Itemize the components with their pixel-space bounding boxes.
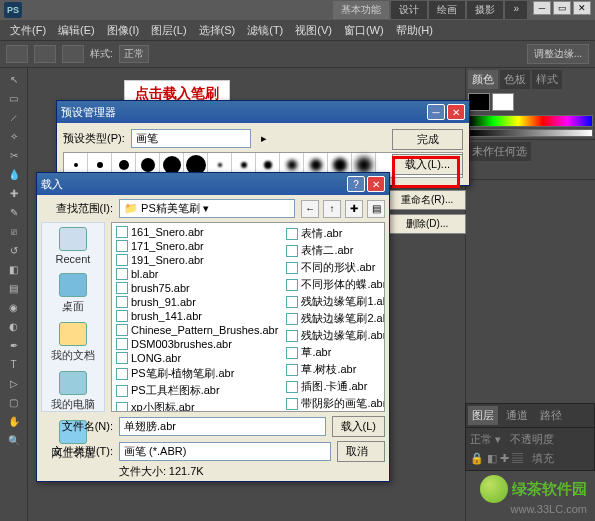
file-list[interactable]: 161_Snero.abr 171_Snero.abr 191_Snero.ab… — [111, 222, 385, 412]
file-item[interactable]: PS笔刷-植物笔刷.abr — [114, 365, 280, 382]
panel-tab-color[interactable]: 颜色 — [468, 70, 498, 89]
refine-edge-button[interactable]: 调整边缘... — [527, 44, 589, 64]
file-item[interactable]: 191_Snero.abr — [114, 253, 280, 267]
viewmenu-icon[interactable]: ▤ — [367, 200, 385, 218]
file-item[interactable]: bl.abr — [114, 267, 280, 281]
file-item[interactable]: brush75.abr — [114, 281, 280, 295]
dodge-tool[interactable]: ◐ — [2, 317, 26, 335]
workspace-tab-photo[interactable]: 摄影 — [467, 1, 503, 19]
menu-window[interactable]: 窗口(W) — [338, 21, 390, 40]
file-item[interactable]: Chinese_Pattern_Brushes.abr — [114, 323, 280, 337]
move-tool[interactable]: ↖ — [2, 70, 26, 88]
file-item[interactable]: 插图.卡通.abr — [284, 378, 385, 395]
file-item[interactable]: 表情二.abr — [284, 242, 385, 259]
cancel-button[interactable]: 取消 — [337, 441, 385, 462]
stamp-tool[interactable]: ⎚ — [2, 222, 26, 240]
menu-view[interactable]: 视图(V) — [289, 21, 338, 40]
option-box-1[interactable] — [34, 45, 56, 63]
eyedropper-tool[interactable]: 💧 — [2, 165, 26, 183]
file-item[interactable]: 残缺边缘笔刷.abr — [284, 327, 385, 344]
file-item[interactable]: 171_Snero.abr — [114, 239, 280, 253]
file-item[interactable]: 不同形体的蝶.abr — [284, 276, 385, 293]
file-item[interactable]: DSM003brushes.abr — [114, 337, 280, 351]
file-item[interactable]: 带阴影的画笔.abr — [284, 395, 385, 412]
eraser-tool[interactable]: ◧ — [2, 260, 26, 278]
window-maximize-button[interactable]: ▭ — [553, 1, 571, 15]
history-brush-tool[interactable]: ↺ — [2, 241, 26, 259]
tab-channels[interactable]: 通道 — [502, 406, 532, 425]
filetype-select[interactable]: 画笔 (*.ABR) — [119, 442, 331, 461]
workspace-tab-more[interactable]: » — [505, 1, 527, 19]
place-recent[interactable]: Recent — [56, 227, 91, 265]
workspace-tab-design[interactable]: 设计 — [391, 1, 427, 19]
hand-tool[interactable]: ✋ — [2, 412, 26, 430]
preset-help-button[interactable]: ─ — [427, 104, 445, 120]
tool-preview[interactable] — [6, 45, 28, 63]
lookin-select[interactable]: 📁 PS精美笔刷 ▾ — [119, 199, 295, 218]
tab-paths[interactable]: 路径 — [536, 406, 566, 425]
window-minimize-button[interactable]: ─ — [533, 1, 551, 15]
background-color[interactable] — [492, 93, 514, 111]
filename-field[interactable]: 单翅膀.abr — [119, 417, 326, 436]
file-item[interactable]: xp小图标.abr — [114, 399, 280, 412]
foreground-color[interactable] — [468, 93, 490, 111]
newfolder-icon[interactable]: ✚ — [345, 200, 363, 218]
marquee-tool[interactable]: ▭ — [2, 89, 26, 107]
crop-tool[interactable]: ✂ — [2, 146, 26, 164]
watermark-logo-icon — [480, 475, 508, 503]
menu-select[interactable]: 选择(S) — [193, 21, 242, 40]
shape-tool[interactable]: ▢ — [2, 393, 26, 411]
heal-tool[interactable]: ✚ — [2, 184, 26, 202]
preset-done-button[interactable]: 完成 — [392, 129, 463, 150]
load-button[interactable]: 载入(L) — [332, 416, 385, 437]
panel-tab-swatches[interactable]: 色板 — [500, 70, 530, 89]
panel-tab-styles[interactable]: 样式 — [532, 70, 562, 89]
option-box-2[interactable] — [62, 45, 84, 63]
menu-edit[interactable]: 编辑(E) — [52, 21, 101, 40]
file-item[interactable]: LONG.abr — [114, 351, 280, 365]
up-icon[interactable]: ↑ — [323, 200, 341, 218]
menu-filter[interactable]: 滤镜(T) — [241, 21, 289, 40]
workspace-tab-basic[interactable]: 基本功能 — [333, 1, 389, 19]
path-tool[interactable]: ▷ — [2, 374, 26, 392]
menu-help[interactable]: 帮助(H) — [390, 21, 439, 40]
place-documents[interactable]: 我的文档 — [51, 322, 95, 363]
tab-layers[interactable]: 图层 — [468, 406, 498, 425]
window-close-button[interactable]: ✕ — [573, 1, 591, 15]
preset-type-select[interactable]: 画笔 — [131, 129, 251, 148]
color-ramp[interactable] — [468, 115, 593, 127]
file-item[interactable]: 草.树枝.abr — [284, 361, 385, 378]
blur-tool[interactable]: ◉ — [2, 298, 26, 316]
back-icon[interactable]: ← — [301, 200, 319, 218]
workspace-tab-paint[interactable]: 绘画 — [429, 1, 465, 19]
load-help-button[interactable]: ? — [347, 176, 365, 192]
preset-close-button[interactable]: ✕ — [447, 104, 465, 120]
file-item[interactable]: 残缺边缘笔刷2.abr — [284, 310, 385, 327]
load-close-button[interactable]: ✕ — [367, 176, 385, 192]
preset-rename-button[interactable]: 重命名(R)... — [388, 190, 466, 210]
grayscale-ramp[interactable] — [468, 129, 593, 137]
preset-delete-button[interactable]: 删除(D)... — [388, 214, 466, 234]
menu-layer[interactable]: 图层(L) — [145, 21, 192, 40]
file-item[interactable]: 不同的形状.abr — [284, 259, 385, 276]
file-item[interactable]: 草.abr — [284, 344, 385, 361]
gradient-tool[interactable]: ▤ — [2, 279, 26, 297]
menu-file[interactable]: 文件(F) — [4, 21, 52, 40]
file-item[interactable]: 表情.abr — [284, 225, 385, 242]
file-item[interactable]: brush_91.abr — [114, 295, 280, 309]
style-select[interactable]: 正常 — [119, 45, 149, 63]
wand-tool[interactable]: ✧ — [2, 127, 26, 145]
zoom-tool[interactable]: 🔍 — [2, 431, 26, 449]
brush-tool[interactable]: ✎ — [2, 203, 26, 221]
place-desktop[interactable]: 桌面 — [59, 273, 87, 314]
menu-image[interactable]: 图像(I) — [101, 21, 145, 40]
file-item[interactable]: brush_141.abr — [114, 309, 280, 323]
file-item[interactable]: 残缺边缘笔刷1.abr — [284, 293, 385, 310]
place-computer[interactable]: 我的电脑 — [51, 371, 95, 412]
file-item[interactable]: 161_Snero.abr — [114, 225, 280, 239]
preset-menu-icon[interactable]: ▸ — [261, 132, 267, 145]
pen-tool[interactable]: ✒ — [2, 336, 26, 354]
file-item[interactable]: PS工具栏图标.abr — [114, 382, 280, 399]
lasso-tool[interactable]: ⟋ — [2, 108, 26, 126]
type-tool[interactable]: T — [2, 355, 26, 373]
